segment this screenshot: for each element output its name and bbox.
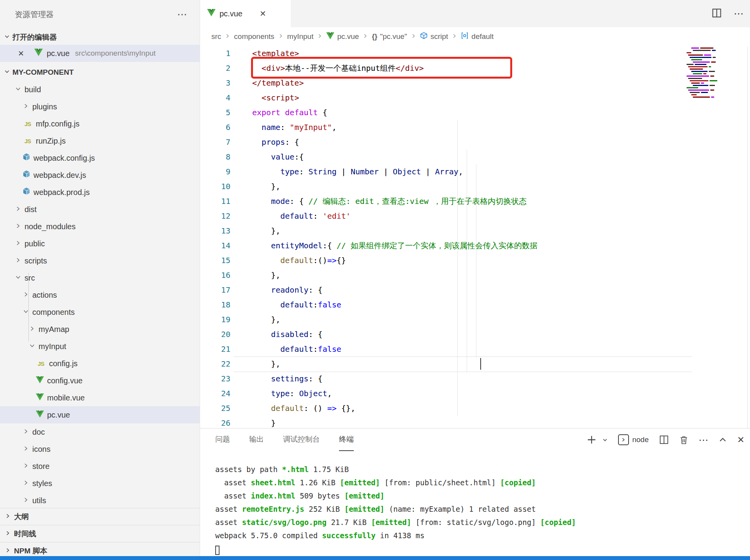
tree-item-label: runZip.js xyxy=(36,137,66,146)
tree-item-node-modules[interactable]: node_modules xyxy=(0,218,200,235)
editor-more-actions-icon[interactable]: ⋯ xyxy=(734,8,744,20)
code-line-13[interactable]: 13 }, xyxy=(200,223,750,238)
terminal-launch-dropdown-icon[interactable] xyxy=(602,437,608,443)
panel-tab-输出[interactable]: 输出 xyxy=(249,428,264,451)
code-line-6[interactable]: 6 name: "myInput", xyxy=(200,120,750,135)
maximize-panel-icon[interactable] xyxy=(718,435,727,444)
code-line-4[interactable]: 4 <script> xyxy=(200,90,750,105)
code-line-26[interactable]: 26 } xyxy=(200,416,750,428)
terminal-output[interactable]: assets by path *.html 1.75 KiB asset she… xyxy=(215,463,576,555)
close-editor-icon[interactable]: ✕ xyxy=(18,49,24,58)
tree-item-runzip-js[interactable]: JSrunZip.js xyxy=(0,132,200,149)
minimap[interactable] xyxy=(687,47,729,99)
line-number: 24 xyxy=(200,386,230,401)
terminal-process-item[interactable]: node xyxy=(618,434,648,445)
tree-item-build[interactable]: build xyxy=(0,81,200,98)
tree-item-label: pc.vue xyxy=(47,411,70,420)
timeline-section-header[interactable]: 时间线 xyxy=(0,525,200,542)
tree-item-pc-vue[interactable]: pc.vue xyxy=(0,406,200,423)
tree-item-webpack-config-js[interactable]: webpack.config.js xyxy=(0,149,200,167)
code-line-7[interactable]: 7 props: { xyxy=(200,135,750,149)
code-line-18[interactable]: 18 default:false xyxy=(200,297,750,312)
code-line-25[interactable]: 25 default: () => {}, xyxy=(200,401,750,416)
line-number: 22 xyxy=(200,356,230,371)
code-line-11[interactable]: 11 mode: { // 编辑态: edit，查看态:view ，用于在子表格… xyxy=(200,194,750,209)
breadcrumb-item-pc-vue[interactable]: pc.vue xyxy=(326,32,359,41)
breadcrumb-item-script[interactable]: script xyxy=(420,32,448,41)
scrollbar-track[interactable] xyxy=(747,47,748,428)
vue-file-icon xyxy=(36,393,44,402)
code-line-22[interactable]: 22 }, xyxy=(200,356,750,371)
outline-section-header[interactable]: 大纲 xyxy=(0,508,200,525)
close-tab-icon[interactable]: ✕ xyxy=(260,9,266,18)
code-line-9[interactable]: 9 type: String | Number | Object | Array… xyxy=(200,164,750,179)
chevron-right-icon xyxy=(23,102,29,111)
tree-item-plugins[interactable]: plugins xyxy=(0,98,200,115)
code-line-5[interactable]: 5export default { xyxy=(200,105,750,120)
code-line-21[interactable]: 21 default:false xyxy=(200,342,750,356)
tree-item-config-vue[interactable]: config.vue xyxy=(0,372,200,389)
tree-item-myinput[interactable]: myInput xyxy=(0,338,200,355)
chevron-right-icon xyxy=(23,496,29,505)
panel-tab-问题[interactable]: 问题 xyxy=(215,428,230,451)
tree-item-label: actions xyxy=(32,291,57,300)
split-editor-icon[interactable] xyxy=(711,8,722,20)
tree-item-label: dist xyxy=(25,205,37,214)
workspace-folder-header[interactable]: MY-COMPONENT xyxy=(0,65,200,79)
close-panel-icon[interactable]: ✕ xyxy=(737,435,745,445)
panel-tab-调试控制台[interactable]: 调试控制台 xyxy=(283,428,320,451)
panel-tabs: 问题输出调试控制台终端 xyxy=(215,428,354,451)
panel-more-actions-icon[interactable]: ⋯ xyxy=(699,434,708,446)
tree-item-label: config.js xyxy=(49,359,77,368)
tree-item-actions[interactable]: actions xyxy=(0,286,200,304)
sidebar-more-actions-icon[interactable]: ⋯ xyxy=(177,12,187,16)
code-line-17[interactable]: 17 readonly: { xyxy=(200,283,750,297)
tree-item-store[interactable]: store xyxy=(0,458,200,475)
code-line-24[interactable]: 24 type: Object, xyxy=(200,386,750,401)
chevron-down-icon xyxy=(15,274,21,283)
tree-item-doc[interactable]: doc xyxy=(0,423,200,441)
tree-item-webpack-dev-js[interactable]: webpack.dev.js xyxy=(0,167,200,184)
terminal-line: webpack 5.75.0 compiled successfully in … xyxy=(215,529,576,542)
tree-item-webpack-prod-js[interactable]: webpack.prod.js xyxy=(0,184,200,201)
open-editors-header[interactable]: 打开的编辑器 xyxy=(0,30,200,44)
code-line-23[interactable]: 23 settings: { xyxy=(200,371,750,386)
breadcrumb-item-src[interactable]: src xyxy=(211,32,221,41)
tab-pc-vue[interactable]: pc.vue ✕ xyxy=(200,0,291,27)
tree-item-dist[interactable]: dist xyxy=(0,201,200,218)
breadcrumb-item-components[interactable]: components xyxy=(234,32,274,41)
tree-item-mobile-vue[interactable]: mobile.vue xyxy=(0,389,200,406)
code-line-8[interactable]: 8 value:{ xyxy=(200,149,750,164)
terminal-icon xyxy=(618,434,629,445)
tree-item-public[interactable]: public xyxy=(0,235,200,252)
code-line-20[interactable]: 20 disabled: { xyxy=(200,327,750,342)
sidebar-title: 资源管理器 xyxy=(15,9,54,20)
tree-item-mfp-config-js[interactable]: JSmfp.config.js xyxy=(0,115,200,132)
code-line-12[interactable]: 12 default: 'edit' xyxy=(200,209,750,223)
tree-item-components[interactable]: components xyxy=(0,304,200,321)
vue-file-icon xyxy=(36,411,44,420)
tree-item-myamap[interactable]: myAmap xyxy=(0,321,200,338)
tree-item-styles[interactable]: styles xyxy=(0,475,200,492)
code-line-16[interactable]: 16 }, xyxy=(200,268,750,283)
tree-item-label: webpack.config.js xyxy=(33,154,95,163)
tree-item-src[interactable]: src xyxy=(0,269,200,286)
tree-item-label: webpack.dev.js xyxy=(33,171,86,180)
tree-item-icons[interactable]: icons xyxy=(0,441,200,458)
tree-item-scripts[interactable]: scripts xyxy=(0,252,200,269)
code-line-10[interactable]: 10 }, xyxy=(200,179,750,194)
code-editor[interactable]: 1<template>2 <div>本地--开发一个基础input组件</div… xyxy=(200,47,750,428)
breadcrumb-item-default[interactable]: default xyxy=(461,32,494,41)
kill-terminal-icon[interactable] xyxy=(679,435,689,445)
code-line-19[interactable]: 19 }, xyxy=(200,312,750,327)
breadcrumb-item--pc-vue-[interactable]: {}"pc.vue" xyxy=(372,32,407,41)
tree-item-config-js[interactable]: JSconfig.js xyxy=(0,355,200,372)
code-line-15[interactable]: 15 default:()=>{} xyxy=(200,253,750,268)
breadcrumb-item-myinput[interactable]: myInput xyxy=(287,32,314,41)
new-terminal-icon[interactable] xyxy=(587,435,597,445)
panel-tab-终端[interactable]: 终端 xyxy=(339,428,354,451)
code-line-14[interactable]: 14 entityModel:{ // 如果组件绑定了一个实体，则该属性会传入实… xyxy=(200,238,750,253)
open-editor-item-pc-vue[interactable]: ✕ pc.vue src\components\myInput xyxy=(0,45,200,62)
split-terminal-icon[interactable] xyxy=(659,435,669,445)
tree-item-utils[interactable]: utils xyxy=(0,492,200,509)
